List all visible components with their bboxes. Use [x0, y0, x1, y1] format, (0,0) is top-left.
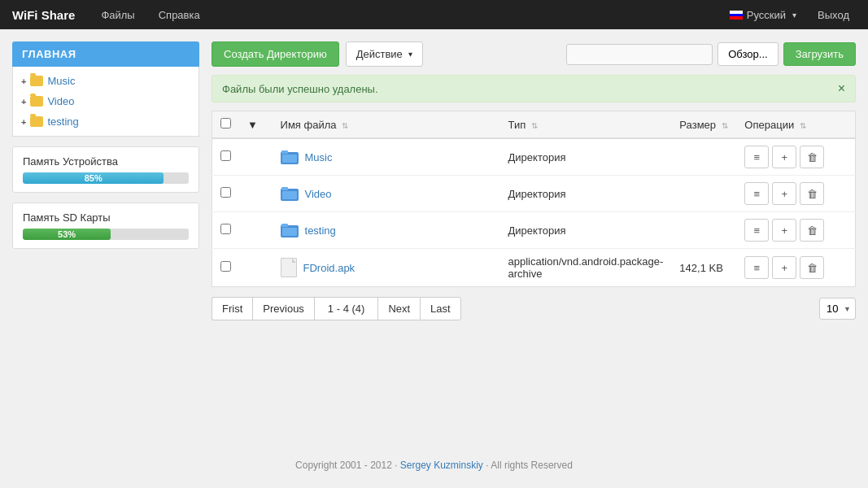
col-header-sort: ▼ — [239, 111, 273, 139]
row-sort-cell — [239, 249, 273, 287]
ops-add-button[interactable]: + — [772, 219, 796, 242]
success-alert: Файлы были успешно удалены. × — [212, 75, 856, 102]
row-name-cell: FDroid.apk — [273, 249, 500, 287]
sort-icon: ▼ — [247, 119, 258, 131]
ops-buttons: ≡ + 🗑 — [744, 182, 847, 205]
sidebar-item-testing[interactable]: + testing — [13, 111, 198, 132]
file-icon — [281, 258, 297, 277]
expand-icon-music: + — [21, 76, 26, 86]
row-ops-cell: ≡ + 🗑 — [736, 176, 855, 212]
navbar: WiFi Share Файлы Справка Русский ▾ Выход — [0, 0, 868, 29]
row-checkbox[interactable] — [220, 261, 231, 272]
sidebar-item-label-music: Music — [47, 75, 75, 87]
alert-close-button[interactable]: × — [838, 82, 845, 95]
row-sort-cell — [239, 212, 273, 249]
ops-buttons: ≡ + 🗑 — [744, 146, 847, 168]
file-name: Video — [305, 188, 332, 200]
logout-button[interactable]: Выход — [811, 6, 856, 24]
file-link[interactable]: Music — [281, 148, 492, 166]
ops-menu-button[interactable]: ≡ — [744, 146, 769, 168]
file-name: testing — [305, 224, 336, 237]
ops-delete-button[interactable]: 🗑 — [800, 256, 824, 279]
row-sort-cell — [239, 176, 273, 212]
row-checkbox-cell — [212, 138, 240, 176]
footer-text: Copyright 2001 - 2012 · — [295, 460, 400, 471]
col-header-ops[interactable]: Операции ⇅ — [736, 111, 855, 139]
pagination-buttons: Frist Previous 1 - 4 (4) Next Last — [212, 297, 461, 320]
nav-help[interactable]: Справка — [149, 2, 210, 28]
ops-buttons: ≡ + 🗑 — [744, 219, 847, 242]
row-size-cell: 142,1 KB — [671, 249, 736, 287]
ops-menu-button[interactable]: ≡ — [744, 182, 769, 205]
footer: Copyright 2001 - 2012 · Sergey Kuzminski… — [0, 447, 868, 483]
memory-device-progress-label: 85% — [23, 172, 164, 184]
table-row: VideoДиректория ≡ + 🗑 — [212, 176, 856, 212]
alert-message: Файлы были успешно удалены. — [222, 83, 378, 95]
page-next-button[interactable]: Next — [377, 297, 420, 320]
file-link[interactable]: Video — [281, 185, 492, 203]
row-ops-cell: ≡ + 🗑 — [736, 138, 855, 176]
row-size-cell — [671, 212, 736, 249]
page-info-label: 1 - 4 (4) — [314, 297, 378, 320]
lang-selector[interactable]: Русский ▾ — [723, 6, 803, 24]
sort-type-icon: ⇅ — [531, 121, 538, 130]
sidebar-main-header: ГЛАВНАЯ — [12, 41, 199, 67]
row-checkbox[interactable] — [220, 224, 231, 234]
sort-size-icon: ⇅ — [722, 121, 728, 130]
page-prev-button[interactable]: Previous — [252, 297, 314, 320]
file-table: ▼ Имя файла ⇅ Тип ⇅ Размер ⇅ — [212, 111, 856, 287]
file-link[interactable]: testing — [281, 221, 492, 239]
row-checkbox-cell — [212, 176, 240, 212]
row-name-cell: testing — [273, 212, 500, 249]
footer-author-link[interactable]: Sergey Kuzminskiy — [400, 460, 483, 471]
sidebar: ГЛАВНАЯ + Music + Video + testing Память… — [12, 41, 199, 435]
page-last-button[interactable]: Last — [420, 297, 461, 320]
action-label: Действие — [356, 48, 403, 60]
table-row: FDroid.apkapplication/vnd.android.packag… — [212, 249, 856, 287]
svg-rect-6 — [281, 187, 288, 190]
row-checkbox[interactable] — [220, 150, 231, 161]
col-header-type[interactable]: Тип ⇅ — [500, 111, 672, 139]
memory-sd-progress-wrap: 53% — [23, 229, 189, 240]
lang-label: Русский — [747, 9, 786, 21]
select-all-checkbox[interactable] — [220, 118, 231, 129]
page-first-button[interactable]: Frist — [212, 297, 252, 320]
upload-button[interactable]: Загрузить — [783, 42, 856, 66]
create-directory-button[interactable]: Создать Директорию — [212, 41, 339, 67]
upload-file-input[interactable] — [566, 44, 713, 65]
row-type-cell: Директория — [500, 138, 672, 176]
table-row: testingДиректория ≡ + 🗑 — [212, 212, 856, 249]
main-container: ГЛАВНАЯ + Music + Video + testing Память… — [0, 29, 868, 447]
ops-add-button[interactable]: + — [772, 256, 796, 279]
sidebar-item-video[interactable]: + Video — [13, 91, 198, 111]
ops-add-button[interactable]: + — [772, 146, 796, 168]
navbar-right: Русский ▾ Выход — [723, 6, 856, 24]
row-name-cell: Music — [273, 138, 500, 176]
memory-device-progress-fill: 85% — [23, 172, 164, 184]
ops-delete-button[interactable]: 🗑 — [800, 182, 824, 205]
sidebar-item-music[interactable]: + Music — [13, 71, 198, 91]
lang-caret: ▾ — [792, 11, 796, 20]
row-checkbox[interactable] — [220, 187, 231, 198]
row-checkbox-cell — [212, 249, 240, 287]
browse-button[interactable]: Обзор... — [718, 42, 778, 66]
nav-files[interactable]: Файлы — [91, 2, 144, 28]
ops-menu-button[interactable]: ≡ — [744, 256, 769, 279]
row-checkbox-cell — [212, 212, 240, 249]
pagination-bar: Frist Previous 1 - 4 (4) Next Last 10 25… — [212, 297, 856, 320]
col-header-size[interactable]: Размер ⇅ — [671, 111, 736, 139]
dir-icon — [281, 148, 299, 166]
file-link[interactable]: FDroid.apk — [281, 258, 492, 277]
ops-menu-button[interactable]: ≡ — [744, 219, 769, 242]
ops-delete-button[interactable]: 🗑 — [800, 219, 824, 242]
ops-add-button[interactable]: + — [772, 182, 796, 205]
col-header-name[interactable]: Имя файла ⇅ — [273, 111, 500, 139]
navbar-brand: WiFi Share — [12, 8, 75, 22]
row-name-cell: Video — [273, 176, 500, 212]
flag-icon — [730, 11, 743, 20]
per-page-select[interactable]: 10 25 50 — [819, 298, 856, 320]
ops-delete-button[interactable]: 🗑 — [800, 146, 824, 168]
action-dropdown-button[interactable]: Действие ▾ — [346, 41, 423, 67]
row-sort-cell — [239, 138, 273, 176]
expand-icon-testing: + — [21, 117, 26, 127]
